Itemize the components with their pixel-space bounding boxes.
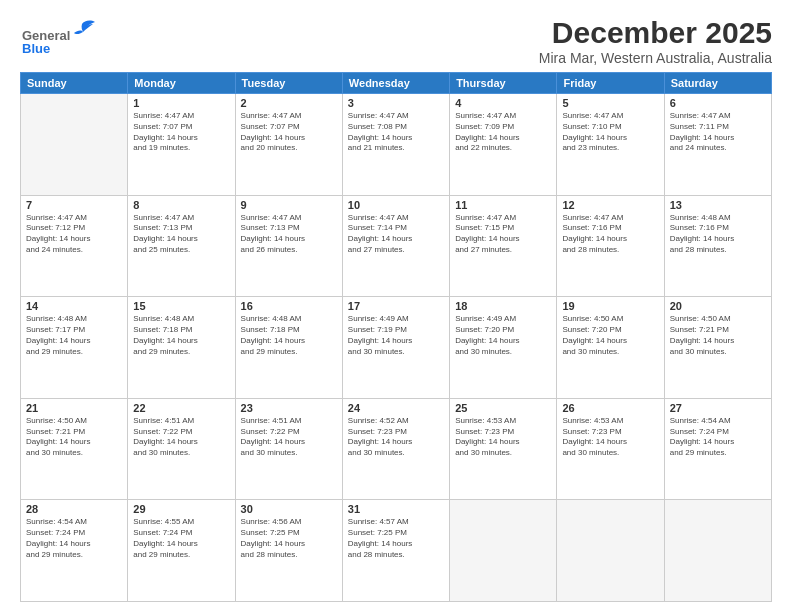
calendar-cell: 28Sunrise: 4:54 AM Sunset: 7:24 PM Dayli… [21,500,128,602]
day-info: Sunrise: 4:55 AM Sunset: 7:24 PM Dayligh… [133,517,229,560]
col-header-tuesday: Tuesday [235,73,342,94]
logo: General Blue [20,16,110,54]
day-number: 29 [133,503,229,515]
calendar-cell: 29Sunrise: 4:55 AM Sunset: 7:24 PM Dayli… [128,500,235,602]
calendar-cell: 17Sunrise: 4:49 AM Sunset: 7:19 PM Dayli… [342,297,449,399]
calendar-cell: 3Sunrise: 4:47 AM Sunset: 7:08 PM Daylig… [342,94,449,196]
calendar-cell: 1Sunrise: 4:47 AM Sunset: 7:07 PM Daylig… [128,94,235,196]
page: General Blue December 2025 Mira Mar, Wes… [0,0,792,612]
day-number: 28 [26,503,122,515]
day-number: 3 [348,97,444,109]
day-info: Sunrise: 4:48 AM Sunset: 7:18 PM Dayligh… [241,314,337,357]
calendar-cell [450,500,557,602]
day-info: Sunrise: 4:50 AM Sunset: 7:21 PM Dayligh… [670,314,766,357]
calendar-cell: 16Sunrise: 4:48 AM Sunset: 7:18 PM Dayli… [235,297,342,399]
day-info: Sunrise: 4:47 AM Sunset: 7:11 PM Dayligh… [670,111,766,154]
day-info: Sunrise: 4:51 AM Sunset: 7:22 PM Dayligh… [241,416,337,459]
day-number: 11 [455,199,551,211]
day-number: 1 [133,97,229,109]
header: General Blue December 2025 Mira Mar, Wes… [20,16,772,66]
calendar-header-row: SundayMondayTuesdayWednesdayThursdayFrid… [21,73,772,94]
day-number: 4 [455,97,551,109]
calendar-cell: 31Sunrise: 4:57 AM Sunset: 7:25 PM Dayli… [342,500,449,602]
col-header-thursday: Thursday [450,73,557,94]
calendar-cell: 21Sunrise: 4:50 AM Sunset: 7:21 PM Dayli… [21,398,128,500]
day-number: 17 [348,300,444,312]
calendar-cell: 11Sunrise: 4:47 AM Sunset: 7:15 PM Dayli… [450,195,557,297]
col-header-sunday: Sunday [21,73,128,94]
calendar-cell: 7Sunrise: 4:47 AM Sunset: 7:12 PM Daylig… [21,195,128,297]
day-number: 8 [133,199,229,211]
calendar-cell: 4Sunrise: 4:47 AM Sunset: 7:09 PM Daylig… [450,94,557,196]
calendar-cell: 18Sunrise: 4:49 AM Sunset: 7:20 PM Dayli… [450,297,557,399]
day-info: Sunrise: 4:48 AM Sunset: 7:18 PM Dayligh… [133,314,229,357]
day-info: Sunrise: 4:49 AM Sunset: 7:19 PM Dayligh… [348,314,444,357]
day-number: 27 [670,402,766,414]
col-header-saturday: Saturday [664,73,771,94]
day-number: 30 [241,503,337,515]
day-info: Sunrise: 4:47 AM Sunset: 7:13 PM Dayligh… [241,213,337,256]
day-number: 2 [241,97,337,109]
calendar-cell: 26Sunrise: 4:53 AM Sunset: 7:23 PM Dayli… [557,398,664,500]
calendar-cell: 8Sunrise: 4:47 AM Sunset: 7:13 PM Daylig… [128,195,235,297]
day-number: 24 [348,402,444,414]
calendar-cell: 20Sunrise: 4:50 AM Sunset: 7:21 PM Dayli… [664,297,771,399]
calendar-cell: 30Sunrise: 4:56 AM Sunset: 7:25 PM Dayli… [235,500,342,602]
day-number: 26 [562,402,658,414]
day-info: Sunrise: 4:54 AM Sunset: 7:24 PM Dayligh… [670,416,766,459]
day-number: 16 [241,300,337,312]
day-info: Sunrise: 4:47 AM Sunset: 7:12 PM Dayligh… [26,213,122,256]
day-info: Sunrise: 4:47 AM Sunset: 7:14 PM Dayligh… [348,213,444,256]
day-number: 19 [562,300,658,312]
calendar-cell: 19Sunrise: 4:50 AM Sunset: 7:20 PM Dayli… [557,297,664,399]
calendar-cell: 14Sunrise: 4:48 AM Sunset: 7:17 PM Dayli… [21,297,128,399]
week-row-1: 1Sunrise: 4:47 AM Sunset: 7:07 PM Daylig… [21,94,772,196]
day-info: Sunrise: 4:50 AM Sunset: 7:21 PM Dayligh… [26,416,122,459]
svg-text:Blue: Blue [22,41,50,54]
day-number: 23 [241,402,337,414]
day-number: 9 [241,199,337,211]
day-number: 14 [26,300,122,312]
day-info: Sunrise: 4:52 AM Sunset: 7:23 PM Dayligh… [348,416,444,459]
calendar-cell: 5Sunrise: 4:47 AM Sunset: 7:10 PM Daylig… [557,94,664,196]
logo-svg: General Blue [20,16,110,54]
calendar-cell: 22Sunrise: 4:51 AM Sunset: 7:22 PM Dayli… [128,398,235,500]
day-number: 12 [562,199,658,211]
day-info: Sunrise: 4:57 AM Sunset: 7:25 PM Dayligh… [348,517,444,560]
day-number: 10 [348,199,444,211]
day-info: Sunrise: 4:48 AM Sunset: 7:16 PM Dayligh… [670,213,766,256]
day-info: Sunrise: 4:54 AM Sunset: 7:24 PM Dayligh… [26,517,122,560]
day-info: Sunrise: 4:48 AM Sunset: 7:17 PM Dayligh… [26,314,122,357]
day-number: 31 [348,503,444,515]
day-info: Sunrise: 4:47 AM Sunset: 7:13 PM Dayligh… [133,213,229,256]
day-info: Sunrise: 4:50 AM Sunset: 7:20 PM Dayligh… [562,314,658,357]
subtitle: Mira Mar, Western Australia, Australia [539,50,772,66]
day-number: 7 [26,199,122,211]
day-number: 25 [455,402,551,414]
calendar-cell: 25Sunrise: 4:53 AM Sunset: 7:23 PM Dayli… [450,398,557,500]
day-number: 20 [670,300,766,312]
day-info: Sunrise: 4:47 AM Sunset: 7:08 PM Dayligh… [348,111,444,154]
calendar-cell: 2Sunrise: 4:47 AM Sunset: 7:07 PM Daylig… [235,94,342,196]
day-number: 13 [670,199,766,211]
day-info: Sunrise: 4:47 AM Sunset: 7:10 PM Dayligh… [562,111,658,154]
day-info: Sunrise: 4:47 AM Sunset: 7:16 PM Dayligh… [562,213,658,256]
calendar-cell [557,500,664,602]
col-header-wednesday: Wednesday [342,73,449,94]
calendar-cell: 10Sunrise: 4:47 AM Sunset: 7:14 PM Dayli… [342,195,449,297]
calendar-cell: 6Sunrise: 4:47 AM Sunset: 7:11 PM Daylig… [664,94,771,196]
calendar-table: SundayMondayTuesdayWednesdayThursdayFrid… [20,72,772,602]
day-info: Sunrise: 4:53 AM Sunset: 7:23 PM Dayligh… [562,416,658,459]
col-header-friday: Friday [557,73,664,94]
calendar-cell: 27Sunrise: 4:54 AM Sunset: 7:24 PM Dayli… [664,398,771,500]
day-number: 15 [133,300,229,312]
main-title: December 2025 [539,16,772,50]
week-row-5: 28Sunrise: 4:54 AM Sunset: 7:24 PM Dayli… [21,500,772,602]
day-info: Sunrise: 4:47 AM Sunset: 7:07 PM Dayligh… [133,111,229,154]
week-row-2: 7Sunrise: 4:47 AM Sunset: 7:12 PM Daylig… [21,195,772,297]
title-area: December 2025 Mira Mar, Western Australi… [539,16,772,66]
calendar-cell: 13Sunrise: 4:48 AM Sunset: 7:16 PM Dayli… [664,195,771,297]
day-info: Sunrise: 4:51 AM Sunset: 7:22 PM Dayligh… [133,416,229,459]
calendar-cell: 9Sunrise: 4:47 AM Sunset: 7:13 PM Daylig… [235,195,342,297]
col-header-monday: Monday [128,73,235,94]
